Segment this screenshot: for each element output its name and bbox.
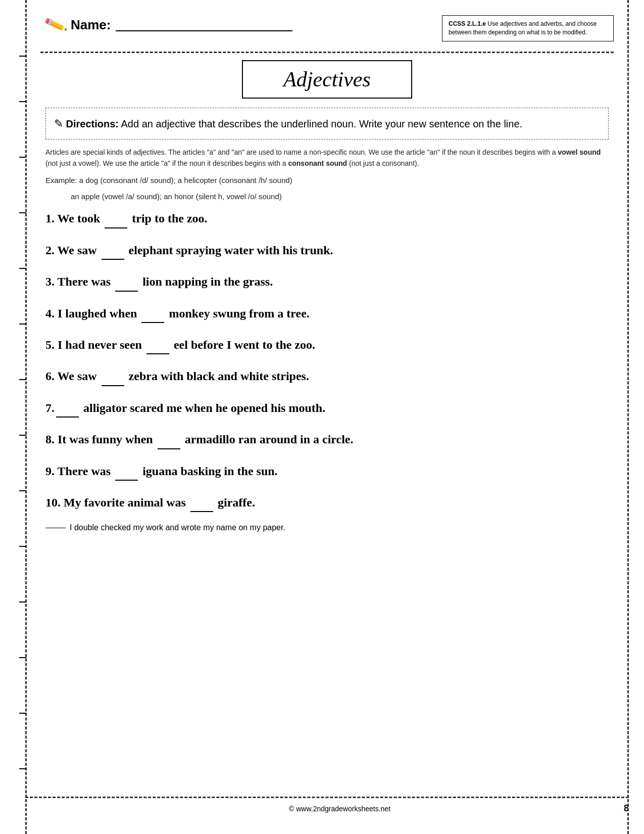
title-container: Adjectives — [40, 60, 614, 99]
footer-check: I double checked my work and wrote my na… — [45, 523, 614, 532]
info-bold1: vowel sound — [558, 148, 601, 156]
q9-text: There was — [55, 465, 114, 478]
question-3: 3. There was lion napping in the grass. — [45, 271, 614, 291]
directions-icon: ✎ — [54, 117, 63, 130]
tick-mark — [19, 212, 26, 213]
q5-text: I had never seen — [55, 338, 145, 351]
q9-num: 9. — [45, 465, 55, 478]
q4-blank[interactable] — [141, 303, 164, 323]
q10-text: My favorite animal was — [61, 496, 189, 509]
info-text: Articles are special kinds of adjectives… — [45, 147, 609, 169]
tick-mark — [19, 268, 26, 269]
q8-rest: armadillo ran around in a circle. — [182, 433, 354, 446]
q2-rest: elephant spraying water with his trunk. — [126, 244, 333, 257]
footer-blank-line — [45, 528, 66, 528]
tick-mark — [19, 379, 26, 380]
q8-text: It was funny when — [55, 433, 156, 446]
q1-num: 1. — [45, 212, 55, 225]
page: ✏️ Name: CCSS 2.L.1.e Use adjectives and… — [0, 0, 644, 834]
tick-mark — [19, 157, 26, 158]
directions-box: ✎ Directions: Add an adjective that desc… — [45, 108, 609, 140]
standards-box: CCSS 2.L.1.e Use adjectives and adverbs,… — [442, 15, 614, 41]
copyright: © www.2ndgradeworksheets.net — [56, 805, 624, 813]
question-5: 5. I had never seen eel before I went to… — [45, 334, 614, 354]
q7-rest: alligator scared me when he opened his m… — [80, 401, 325, 414]
question-2: 2. We saw elephant spraying water with h… — [45, 240, 614, 260]
directions-label: Directions: — [66, 118, 119, 129]
tick-mark — [19, 101, 26, 102]
q10-blank[interactable] — [190, 492, 213, 512]
q4-rest: monkey swung from a tree. — [166, 307, 309, 320]
q9-rest: iguana basking in the sun. — [139, 465, 277, 478]
question-7: 7. alligator scared me when he opened hi… — [45, 397, 614, 418]
standards-code: CCSS 2.L.1.e — [449, 20, 486, 27]
page-title: Adjectives — [283, 68, 371, 91]
q5-blank[interactable] — [146, 334, 169, 354]
q7-blank[interactable] — [56, 397, 79, 418]
directions-text: Add an adjective that describes the unde… — [119, 118, 522, 129]
question-4: 4. I laughed when monkey swung from a tr… — [45, 303, 614, 323]
q4-text: I laughed when — [55, 307, 140, 320]
pencil-icon: ✏️ — [43, 12, 69, 37]
example-line2: an apple (vowel /a/ sound); an honor (si… — [71, 190, 609, 203]
q1-rest: trip to the zoo. — [129, 212, 207, 225]
name-area: ✏️ Name: — [45, 15, 442, 34]
footer-check-text: I double checked my work and wrote my na… — [70, 523, 285, 532]
header: ✏️ Name: CCSS 2.L.1.e Use adjectives and… — [45, 15, 614, 41]
q6-blank[interactable] — [102, 365, 124, 386]
q3-blank[interactable] — [115, 271, 138, 291]
q8-blank[interactable] — [158, 429, 180, 449]
bottom-bar: © www.2ndgradeworksheets.net 8 — [25, 797, 629, 814]
q5-rest: eel before I went to the zoo. — [171, 338, 315, 351]
q6-num: 6. — [45, 369, 55, 383]
q3-text: There was — [55, 275, 114, 288]
page-number: 8 — [624, 803, 629, 814]
questions-list: 1. We took trip to the zoo. 2. We saw el… — [45, 208, 614, 512]
q9-blank[interactable] — [115, 460, 138, 481]
tick-mark — [19, 323, 26, 325]
info-line3: (not just a consonant). — [347, 159, 419, 167]
q7-num: 7. — [45, 401, 55, 414]
q8-num: 8. — [45, 433, 55, 446]
tick-mark — [19, 56, 26, 57]
info-bold2: consonant sound — [288, 159, 347, 167]
q1-text: We took — [55, 212, 103, 225]
q10-num: 10. — [45, 496, 61, 509]
q4-num: 4. — [45, 307, 55, 320]
tick-mark — [19, 713, 26, 714]
question-9: 9. There was iguana basking in the sun. — [45, 460, 614, 481]
q6-rest: zebra with black and white stripes. — [126, 369, 309, 383]
example-line1: Example: a dog (consonant /d/ sound); a … — [45, 174, 609, 187]
question-10: 10. My favorite animal was giraffe. — [45, 492, 614, 512]
q2-text: We saw — [55, 244, 100, 257]
q3-num: 3. — [45, 275, 55, 288]
q2-num: 2. — [45, 244, 55, 257]
tick-mark — [19, 490, 26, 491]
info-line1: Articles are special kinds of adjectives… — [45, 148, 558, 156]
tick-mark — [19, 768, 26, 769]
tick-mark — [19, 546, 26, 547]
question-6: 6. We saw zebra with black and white str… — [45, 365, 614, 386]
q10-rest: giraffe. — [215, 496, 255, 509]
question-1: 1. We took trip to the zoo. — [45, 208, 614, 228]
q1-blank[interactable] — [105, 208, 127, 228]
q3-rest: lion napping in the grass. — [139, 275, 273, 288]
title-box: Adjectives — [242, 60, 412, 99]
question-8: 8. It was funny when armadillo ran aroun… — [45, 429, 614, 449]
tick-mark — [19, 657, 26, 658]
q5-num: 5. — [45, 338, 55, 351]
name-label: Name: — [71, 17, 111, 33]
header-separator — [40, 52, 614, 53]
name-input-line[interactable] — [116, 18, 292, 31]
q2-blank[interactable] — [102, 240, 124, 260]
info-line2: (not just a vowel). We use the article "… — [45, 159, 288, 167]
q6-text: We saw — [55, 369, 100, 383]
tick-mark — [19, 601, 26, 603]
tick-mark — [19, 435, 26, 436]
